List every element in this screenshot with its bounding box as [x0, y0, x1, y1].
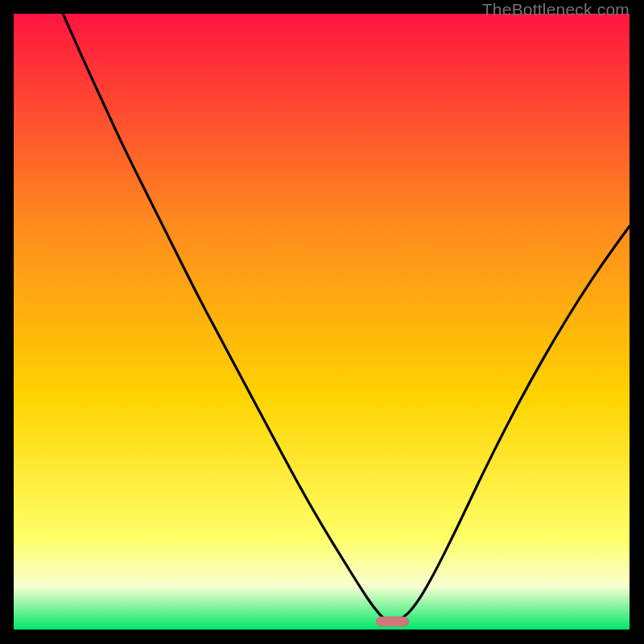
gradient-background — [14, 14, 630, 630]
bottleneck-chart — [14, 14, 630, 630]
watermark-text: TheBottleneck.com — [482, 0, 630, 19]
optimal-point-marker — [377, 617, 409, 625]
chart-frame — [14, 14, 630, 630]
